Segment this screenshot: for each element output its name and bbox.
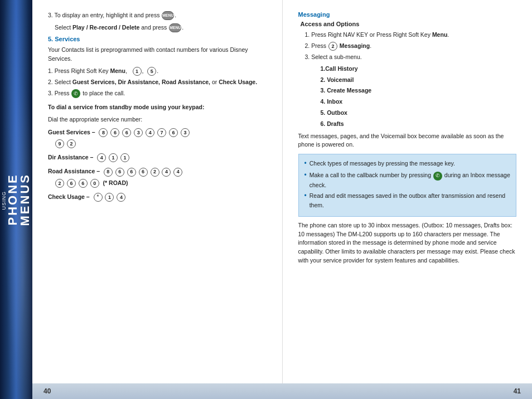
guest-services-line2: 9 2 <box>48 139 267 148</box>
bullet-2: • <box>304 170 307 181</box>
rk6: 4 <box>162 168 171 177</box>
messaging-heading: Messaging <box>298 11 517 18</box>
menu-key-2: MENU <box>169 23 181 32</box>
gk2: 6 <box>110 128 119 137</box>
blue-text-2: Make a call to the callback number by pr… <box>309 171 510 189</box>
gk5: 4 <box>146 128 154 137</box>
standby-intro: Dial the appropriate service number: <box>48 115 267 124</box>
gk1: 8 <box>99 128 108 137</box>
key-2-circle: 2 <box>328 42 337 51</box>
services-intro: Your Contacts list is preprogrammed with… <box>48 46 267 64</box>
gk10: 2 <box>67 139 76 148</box>
check-usage-section: Check Usage – * 1 4 <box>48 192 267 202</box>
dk1: 4 <box>97 153 106 162</box>
spine-phone-label: PHONE <box>7 173 19 225</box>
blue-item-1: • Check types of messages by pressing th… <box>304 159 511 169</box>
sub2: 2. Voicemail <box>321 75 517 85</box>
sub5: 5. Outbox <box>321 108 517 118</box>
dk3: 1 <box>120 153 129 162</box>
gk3: 6 <box>122 128 131 137</box>
step-2: 2. Select Guest Services, Dir Assistance… <box>48 77 267 87</box>
standby-heading: To dial a service from standby mode usin… <box>48 103 267 112</box>
r-step2: 2. Press 2 Messaging. <box>298 41 517 51</box>
road-assistance-line: Road Assistance – 8 6 6 6 2 4 4 <box>48 167 267 176</box>
blue-info-box: • Check types of messages by pressing th… <box>298 154 517 217</box>
call-btn-inline: ✆ <box>433 172 442 181</box>
page-right: Messaging Access and Options 1. Press Ri… <box>283 0 533 383</box>
guest-services-line: Guest Services – 8 6 6 3 4 7 6 3 <box>48 128 267 137</box>
page-left: 3. To display an entry, highlight it and… <box>32 0 283 383</box>
ck-star: * <box>94 193 103 202</box>
sub4: 4. Inbox <box>321 97 517 106</box>
blue-item-2: • Make a call to the callback number by … <box>304 171 511 189</box>
page-number-left: 40 <box>43 387 51 395</box>
dk2: 1 <box>109 153 118 162</box>
rk8: 2 <box>55 179 64 188</box>
key-5: 5 <box>147 67 156 76</box>
spine: USING PHONE MENUS <box>0 0 32 399</box>
bottom-paragraph: The phone can store up to 30 inbox messa… <box>298 221 517 265</box>
rk2: 6 <box>115 168 124 177</box>
road-assistance-section: Road Assistance – 8 6 6 6 2 4 4 2 6 6 0 … <box>48 167 267 187</box>
gk8: 3 <box>181 128 190 137</box>
ck1: 1 <box>105 193 114 202</box>
rk3: 6 <box>127 168 136 177</box>
main-content: 3. To display an entry, highlight it and… <box>32 0 532 399</box>
r-step3: 3. Select a sub-menu. <box>298 52 517 62</box>
gk7: 6 <box>169 128 178 137</box>
rk5: 2 <box>151 168 159 177</box>
blue-text-3: Read and edit messages saved in the outb… <box>309 191 510 210</box>
sub3: 3. Create Message <box>321 86 517 95</box>
step-1: 1. Press Right Soft Key Menu, 1, 5. <box>48 66 267 76</box>
gk4: 3 <box>134 128 143 137</box>
sub6: 6. Drafts <box>321 119 517 129</box>
blue-text-1: Check types of messages by pressing the … <box>309 159 455 168</box>
blue-item-3: • Read and edit messages saved in the ou… <box>304 191 511 210</box>
bullet-3: • <box>304 191 307 201</box>
sub1: 1.Call History <box>321 64 517 74</box>
bottom-bar: 40 41 <box>32 383 532 399</box>
step-3: 3. Press ✆ to place the call. <box>48 89 267 98</box>
rk1: 8 <box>104 168 113 177</box>
rk4: 6 <box>139 168 148 177</box>
gk6: 7 <box>157 128 166 137</box>
road-assistance-line2: 2 6 6 0 (* ROAD) <box>48 178 267 188</box>
spine-menus-label: MENUS <box>19 173 31 226</box>
r-step1: 1. Press Right NAV KEY or Press Right So… <box>298 30 517 40</box>
bullet-1: • <box>304 158 307 169</box>
call-icon: ✆ <box>71 89 80 98</box>
submenu-list: 1.Call History 2. Voicemail 3. Create Me… <box>298 64 517 129</box>
text-after-list: Text messages, pages, and the Voicemail … <box>298 132 517 150</box>
gk9: 9 <box>55 139 64 148</box>
rk7: 4 <box>173 168 182 177</box>
access-options-heading: Access and Options <box>298 21 517 27</box>
section-heading: 5. Services <box>48 36 267 42</box>
rk9: 6 <box>67 179 76 188</box>
pages-container: 3. To display an entry, highlight it and… <box>32 0 532 383</box>
rk11: 0 <box>90 179 99 188</box>
guest-services-section: Guest Services – 8 6 6 3 4 7 6 3 9 2 <box>48 128 267 148</box>
page-number-right: 41 <box>514 387 521 395</box>
rk10: 6 <box>79 179 88 188</box>
check-usage-line: Check Usage – * 1 4 <box>48 192 267 202</box>
key-1: 1 <box>133 67 142 76</box>
intro-line-1: 3. To display an entry, highlight it and… <box>48 11 267 20</box>
menu-key-1: MENU <box>162 11 174 20</box>
intro-line-2: Select Play / Re-record / Delete and pre… <box>48 23 267 32</box>
dir-assistance-section: Dir Assistance – 4 1 1 <box>48 153 267 162</box>
ck2: 4 <box>117 193 125 202</box>
spine-text: USING PHONE MENUS <box>1 173 31 226</box>
dir-assistance-line: Dir Assistance – 4 1 1 <box>48 153 267 162</box>
